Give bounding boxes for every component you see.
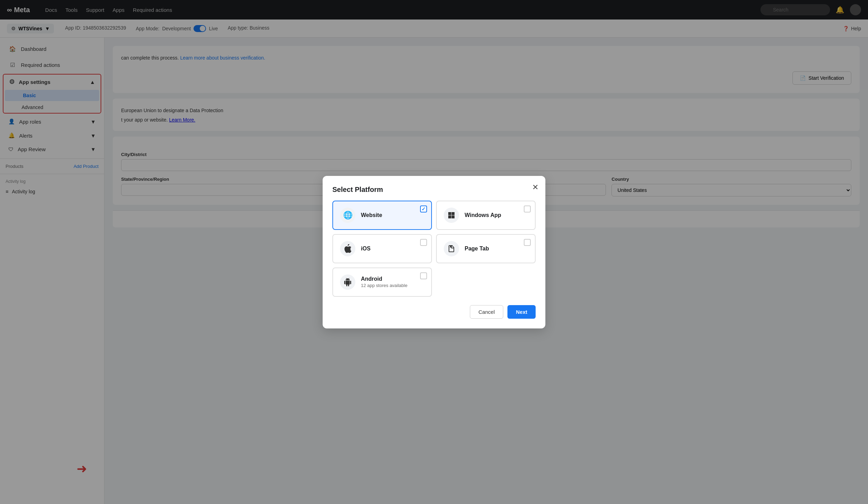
page-tab-icon (444, 241, 459, 256)
android-name: Android (361, 276, 408, 282)
modal-footer: Cancel Next (332, 305, 536, 319)
android-sub: 12 app stores available (361, 283, 408, 288)
ios-name: iOS (361, 246, 371, 252)
website-icon: 🌐 (340, 208, 355, 223)
platform-ios[interactable]: iOS (332, 234, 432, 263)
platform-website[interactable]: 🌐 Website ✓ (332, 201, 432, 230)
platform-android[interactable]: Android 12 app stores available (332, 267, 432, 297)
page-tab-name: Page Tab (465, 246, 489, 252)
website-name: Website (361, 212, 382, 218)
windows-info: Windows App (465, 212, 501, 218)
platform-grid: 🌐 Website ✓ Windows App (332, 201, 536, 297)
cancel-button[interactable]: Cancel (470, 305, 504, 319)
modal-close-button[interactable]: ✕ (532, 183, 538, 192)
next-button[interactable]: Next (507, 305, 536, 319)
select-platform-modal: Select Platform ✕ 🌐 Website ✓ Windows Ap… (323, 176, 545, 328)
website-checkbox[interactable]: ✓ (420, 206, 427, 212)
android-checkbox[interactable] (420, 272, 427, 279)
page-tab-info: Page Tab (465, 246, 489, 252)
page-tab-checkbox[interactable] (524, 239, 531, 246)
modal-title: Select Platform (332, 186, 536, 194)
platform-page-tab[interactable]: Page Tab (436, 234, 536, 263)
windows-name: Windows App (465, 212, 501, 218)
ios-icon (340, 241, 355, 256)
android-info: Android 12 app stores available (361, 276, 408, 288)
ios-info: iOS (361, 246, 371, 252)
windows-icon (444, 208, 459, 223)
windows-checkbox[interactable] (524, 206, 531, 212)
ios-checkbox[interactable] (420, 239, 427, 246)
modal-overlay[interactable]: Select Platform ✕ 🌐 Website ✓ Windows Ap… (0, 0, 868, 504)
platform-windows[interactable]: Windows App (436, 201, 536, 230)
website-info: Website (361, 212, 382, 218)
android-icon (340, 274, 355, 290)
website-checkmark: ✓ (421, 206, 426, 212)
